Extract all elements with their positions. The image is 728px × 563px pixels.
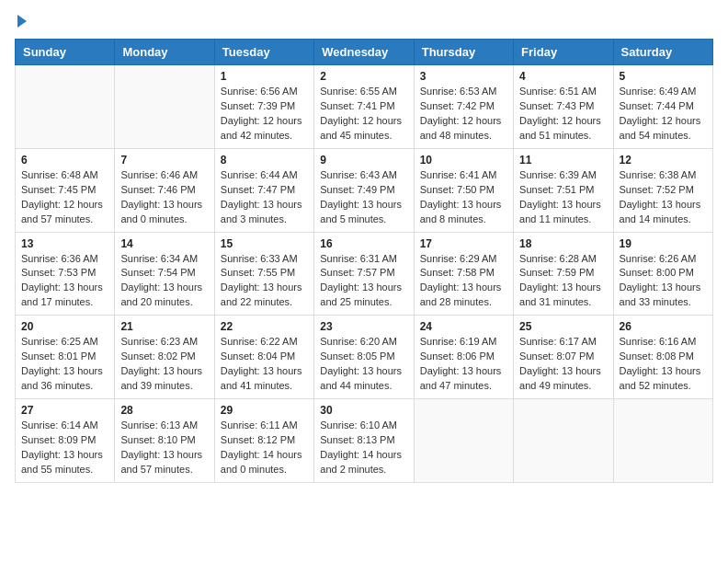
calendar-day: 18Sunrise: 6:28 AMSunset: 7:59 PMDayligh… <box>514 232 613 316</box>
day-info: Sunrise: 6:31 AMSunset: 7:57 PMDaylight:… <box>320 252 407 311</box>
calendar-body: 1Sunrise: 6:56 AMSunset: 7:39 PMDaylight… <box>16 65 713 483</box>
day-info: Sunrise: 6:17 AMSunset: 8:07 PMDaylight:… <box>519 335 607 394</box>
calendar-week-1: 1Sunrise: 6:56 AMSunset: 7:39 PMDaylight… <box>16 65 713 149</box>
weekday-header-row: SundayMondayTuesdayWednesdayThursdayFrid… <box>16 40 713 65</box>
calendar-day: 5Sunrise: 6:49 AMSunset: 7:44 PMDaylight… <box>613 65 712 149</box>
calendar-day: 4Sunrise: 6:51 AMSunset: 7:43 PMDaylight… <box>514 65 613 149</box>
day-number: 10 <box>420 154 507 167</box>
day-number: 15 <box>221 237 308 250</box>
weekday-header-sunday: Sunday <box>16 40 115 65</box>
day-info: Sunrise: 6:56 AMSunset: 7:39 PMDaylight:… <box>221 85 308 144</box>
calendar-day: 25Sunrise: 6:17 AMSunset: 8:07 PMDayligh… <box>514 316 613 399</box>
calendar-day: 16Sunrise: 6:31 AMSunset: 7:57 PMDayligh… <box>314 232 414 316</box>
day-info: Sunrise: 6:29 AMSunset: 7:58 PMDaylight:… <box>420 252 507 311</box>
day-info: Sunrise: 6:39 AMSunset: 7:51 PMDaylight:… <box>519 168 607 227</box>
calendar-day <box>414 399 513 483</box>
calendar-day: 12Sunrise: 6:38 AMSunset: 7:52 PMDayligh… <box>613 148 712 232</box>
day-number: 1 <box>221 70 308 83</box>
day-number: 25 <box>519 320 607 333</box>
day-number: 13 <box>21 237 108 250</box>
day-info: Sunrise: 6:41 AMSunset: 7:50 PMDaylight:… <box>420 168 507 227</box>
calendar-day: 11Sunrise: 6:39 AMSunset: 7:51 PMDayligh… <box>514 148 613 232</box>
day-info: Sunrise: 6:16 AMSunset: 8:08 PMDaylight:… <box>620 335 707 394</box>
weekday-header-tuesday: Tuesday <box>214 40 313 65</box>
calendar-day <box>613 399 712 483</box>
day-info: Sunrise: 6:34 AMSunset: 7:54 PMDaylight:… <box>120 252 208 311</box>
calendar-day <box>514 399 613 483</box>
day-number: 19 <box>620 237 707 250</box>
weekday-header-thursday: Thursday <box>414 40 513 65</box>
calendar-day <box>115 65 214 149</box>
day-info: Sunrise: 6:11 AMSunset: 8:12 PMDaylight:… <box>221 419 308 477</box>
day-info: Sunrise: 6:19 AMSunset: 8:06 PMDaylight:… <box>420 335 507 394</box>
calendar-day: 30Sunrise: 6:10 AMSunset: 8:13 PMDayligh… <box>314 399 414 483</box>
calendar-day: 28Sunrise: 6:13 AMSunset: 8:10 PMDayligh… <box>115 399 214 483</box>
day-info: Sunrise: 6:14 AMSunset: 8:09 PMDaylight:… <box>21 419 108 477</box>
calendar-day <box>16 65 115 149</box>
day-info: Sunrise: 6:25 AMSunset: 8:01 PMDaylight:… <box>21 335 108 394</box>
calendar-header: SundayMondayTuesdayWednesdayThursdayFrid… <box>16 40 713 65</box>
day-info: Sunrise: 6:48 AMSunset: 7:45 PMDaylight:… <box>21 168 108 227</box>
day-number: 28 <box>120 404 208 417</box>
calendar-day: 24Sunrise: 6:19 AMSunset: 8:06 PMDayligh… <box>414 316 513 399</box>
day-info: Sunrise: 6:36 AMSunset: 7:53 PMDaylight:… <box>21 252 108 311</box>
calendar-day: 9Sunrise: 6:43 AMSunset: 7:49 PMDaylight… <box>314 148 414 232</box>
day-number: 30 <box>320 404 407 417</box>
day-number: 24 <box>420 320 507 333</box>
calendar-day: 17Sunrise: 6:29 AMSunset: 7:58 PMDayligh… <box>414 232 513 316</box>
day-info: Sunrise: 6:46 AMSunset: 7:46 PMDaylight:… <box>120 168 208 227</box>
calendar-day: 22Sunrise: 6:22 AMSunset: 8:04 PMDayligh… <box>214 316 313 399</box>
day-info: Sunrise: 6:10 AMSunset: 8:13 PMDaylight:… <box>320 419 407 477</box>
day-info: Sunrise: 6:43 AMSunset: 7:49 PMDaylight:… <box>320 168 407 227</box>
logo <box>15 15 27 28</box>
day-info: Sunrise: 6:28 AMSunset: 7:59 PMDaylight:… <box>519 252 607 311</box>
day-info: Sunrise: 6:38 AMSunset: 7:52 PMDaylight:… <box>620 168 707 227</box>
calendar-day: 3Sunrise: 6:53 AMSunset: 7:42 PMDaylight… <box>414 65 513 149</box>
day-info: Sunrise: 6:23 AMSunset: 8:02 PMDaylight:… <box>120 335 208 394</box>
calendar-day: 20Sunrise: 6:25 AMSunset: 8:01 PMDayligh… <box>16 316 115 399</box>
day-number: 4 <box>519 70 607 83</box>
day-number: 21 <box>120 320 208 333</box>
day-number: 18 <box>519 237 607 250</box>
day-number: 5 <box>620 70 707 83</box>
calendar-day: 19Sunrise: 6:26 AMSunset: 8:00 PMDayligh… <box>613 232 712 316</box>
day-info: Sunrise: 6:13 AMSunset: 8:10 PMDaylight:… <box>120 419 208 477</box>
calendar-day: 29Sunrise: 6:11 AMSunset: 8:12 PMDayligh… <box>214 399 313 483</box>
calendar-week-3: 13Sunrise: 6:36 AMSunset: 7:53 PMDayligh… <box>16 232 713 316</box>
day-info: Sunrise: 6:49 AMSunset: 7:44 PMDaylight:… <box>620 85 707 144</box>
day-number: 3 <box>420 70 507 83</box>
calendar-week-4: 20Sunrise: 6:25 AMSunset: 8:01 PMDayligh… <box>16 316 713 399</box>
day-number: 6 <box>21 154 108 167</box>
calendar-day: 6Sunrise: 6:48 AMSunset: 7:45 PMDaylight… <box>16 148 115 232</box>
day-number: 20 <box>21 320 108 333</box>
day-number: 11 <box>519 154 607 167</box>
calendar-day: 8Sunrise: 6:44 AMSunset: 7:47 PMDaylight… <box>214 148 313 232</box>
day-number: 22 <box>221 320 308 333</box>
weekday-header-monday: Monday <box>115 40 214 65</box>
weekday-header-friday: Friday <box>514 40 613 65</box>
day-info: Sunrise: 6:22 AMSunset: 8:04 PMDaylight:… <box>221 335 308 394</box>
calendar-day: 2Sunrise: 6:55 AMSunset: 7:41 PMDaylight… <box>314 65 414 149</box>
weekday-header-saturday: Saturday <box>613 40 712 65</box>
day-number: 9 <box>320 154 407 167</box>
calendar-day: 26Sunrise: 6:16 AMSunset: 8:08 PMDayligh… <box>613 316 712 399</box>
calendar-day: 15Sunrise: 6:33 AMSunset: 7:55 PMDayligh… <box>214 232 313 316</box>
day-info: Sunrise: 6:44 AMSunset: 7:47 PMDaylight:… <box>221 168 308 227</box>
day-number: 12 <box>620 154 707 167</box>
day-number: 16 <box>320 237 407 250</box>
day-number: 27 <box>21 404 108 417</box>
calendar-day: 10Sunrise: 6:41 AMSunset: 7:50 PMDayligh… <box>414 148 513 232</box>
day-number: 17 <box>420 237 507 250</box>
calendar-day: 7Sunrise: 6:46 AMSunset: 7:46 PMDaylight… <box>115 148 214 232</box>
day-number: 14 <box>120 237 208 250</box>
day-number: 2 <box>320 70 407 83</box>
calendar-week-2: 6Sunrise: 6:48 AMSunset: 7:45 PMDaylight… <box>16 148 713 232</box>
day-info: Sunrise: 6:20 AMSunset: 8:05 PMDaylight:… <box>320 335 407 394</box>
calendar-day: 21Sunrise: 6:23 AMSunset: 8:02 PMDayligh… <box>115 316 214 399</box>
day-number: 26 <box>620 320 707 333</box>
day-number: 29 <box>221 404 308 417</box>
day-number: 23 <box>320 320 407 333</box>
day-info: Sunrise: 6:33 AMSunset: 7:55 PMDaylight:… <box>221 252 308 311</box>
day-info: Sunrise: 6:26 AMSunset: 8:00 PMDaylight:… <box>620 252 707 311</box>
day-number: 7 <box>120 154 208 167</box>
